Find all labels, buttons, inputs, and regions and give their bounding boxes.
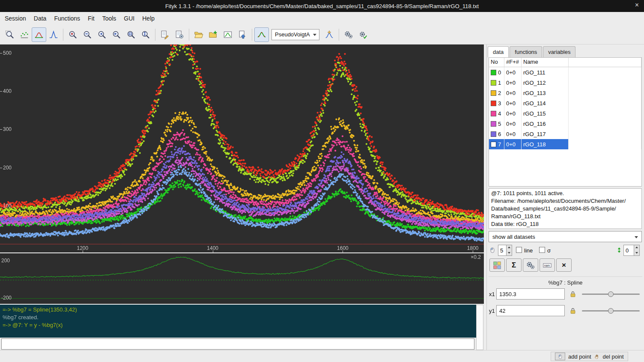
dataset-fcount: 0+0 [504,67,522,77]
shift-spinner[interactable]: 0 [623,245,640,256]
dataset-color-checkbox[interactable] [491,131,496,137]
sidebar-sum-datasets-button[interactable]: Σ [506,258,522,272]
toolbar-background-panel-button[interactable] [254,27,269,42]
param-y1-slider[interactable] [582,310,640,312]
line-checkbox[interactable] [516,247,522,253]
close-icon[interactable]: × [635,1,639,9]
sigma-checkbox[interactable] [539,247,545,253]
function-type-value: PseudoVoigtA [275,31,310,38]
main-plot-canvas[interactable] [0,45,484,252]
sidebar-edit-functions-button[interactable] [523,258,538,272]
toolbar-save-image-button[interactable] [221,27,235,42]
function-type-combo[interactable]: PseudoVoigtA [271,29,319,40]
tab-functions[interactable]: functions [510,46,542,57]
menu-item-tools[interactable]: Tools [98,13,120,24]
point-size-spinner[interactable]: 5 [498,245,512,256]
dataset-table: No#F+#Name 00+0rGO_11110+0rGO_11220+0rGO… [489,57,642,187]
dataset-row-rGO_115[interactable]: 40+0rGO_115 [489,108,641,119]
dataset-row-rGO_112[interactable]: 10+0rGO_112 [489,77,641,88]
menu-item-help[interactable]: Help [138,13,158,24]
add-peak-mode-icon [49,30,58,39]
dataset-row-rGO_116[interactable]: 50+0rGO_116 [489,119,641,129]
menu-item-fit[interactable]: Fit [84,13,98,24]
sidebar-copy-datasets-button[interactable] [489,258,505,272]
background-mode-icon [34,30,44,39]
sidebar-rename-dataset-button[interactable]: nam [540,258,555,272]
dataset-color-checkbox[interactable] [491,90,496,96]
spinner-arrows-icon[interactable] [506,245,512,255]
dataset-row-rGO_111[interactable]: 00+0rGO_111 [489,67,641,77]
lock-icon[interactable] [569,290,578,299]
fit-options-icon [358,30,368,39]
aux-plot[interactable]: ×0.2 200-200 [0,253,484,304]
param-x1-input[interactable] [496,288,565,300]
menu-item-gui[interactable]: GUI [120,13,138,24]
toolbar-append-data-button[interactable] [206,27,221,42]
dataset-row-rGO_113[interactable]: 20+0rGO_113 [489,88,641,98]
dataset-color-checkbox[interactable] [491,111,496,116]
command-input[interactable] [1,338,474,350]
toolbar-zoom-out-button[interactable] [80,27,95,42]
dataset-cell-no: 7 [489,139,504,149]
toolbar-zoom-undo-button[interactable] [95,27,109,42]
param-x1-slider[interactable] [582,294,640,295]
menu-item-functions[interactable]: Functions [50,13,84,24]
dataset-fcount: 0+0 [504,77,522,88]
dataset-color-checkbox[interactable] [491,101,496,106]
hand-icon [594,353,600,360]
toolbar-fit-run-button[interactable] [341,27,356,42]
mouse-mode-button[interactable] [555,353,565,360]
dataset-number: 5 [498,121,501,127]
aux-y-tick-label: -200 [1,295,12,301]
slider-handle[interactable] [608,291,614,297]
toolbar-open-data-button[interactable] [191,27,206,42]
background-panel-icon [257,30,266,39]
toolbar-data-editor-button[interactable] [172,27,187,42]
spinner-arrows-icon[interactable] [634,245,639,255]
toolbar-data-range-mode-button[interactable] [17,27,32,42]
toolbar-auto-add-peak-button[interactable] [322,27,337,42]
new-data-icon [160,30,170,39]
lock-icon[interactable] [569,306,578,316]
toolbar-add-peak-mode-button[interactable] [46,27,61,42]
dataset-color-checkbox[interactable] [491,70,496,75]
slider-handle[interactable] [608,308,614,314]
dataset-fcount: 0+0 [504,88,522,98]
data-editor-icon [175,30,184,39]
menu-item-session[interactable]: Session [1,13,30,24]
dataset-cell-no: 3 [489,98,504,108]
dataset-row-rGO_114[interactable]: 30+0rGO_114 [489,98,641,108]
menu-item-data[interactable]: Data [30,13,51,24]
toolbar-export-data-button[interactable] [235,27,250,42]
open-data-icon [194,30,203,39]
dataset-color-checkbox[interactable] [491,142,496,147]
gears-icon [526,261,535,270]
param-y1-label: y1 [489,308,495,314]
tab-variables[interactable]: variables [543,46,575,57]
export-data-icon [238,30,247,39]
toolbar-new-data-button[interactable] [158,27,172,42]
toolbar-zoom-all-button[interactable] [124,27,138,42]
toolbar-zoom-in-button[interactable] [66,27,80,42]
dataset-color-checkbox[interactable] [491,80,496,86]
sidebar-delete-dataset-button[interactable]: × [556,258,572,272]
dataset-filter-dropdown[interactable]: show all datasets [489,231,642,242]
delete-dataset-icon: × [562,261,566,270]
param-y1-input[interactable] [496,305,565,316]
dataset-name: rGO_111 [522,67,569,77]
toolbar-zoom-select-mode-button[interactable] [3,27,17,42]
toolbar-zoom-prev-button[interactable] [109,27,124,42]
console-scrollbar[interactable] [476,305,483,350]
toolbar-background-mode-button[interactable] [32,27,46,42]
param-row-x1: x1 [487,288,644,300]
main-plot[interactable]: 5004003002001001200140016001800 [0,45,484,252]
tab-data[interactable]: data [488,46,509,57]
aux-plot-canvas[interactable] [0,253,484,304]
dataset-color-checkbox[interactable] [491,121,496,127]
toolbar-zoom-vertical-button[interactable] [138,27,153,42]
dataset-row-rGO_117[interactable]: 60+0rGO_117 [489,129,641,139]
toolbar-fit-options-button[interactable] [356,27,370,42]
dataset-row-rGO_118[interactable]: 70+0rGO_118 [489,139,641,149]
toolbar-separator [189,29,189,41]
dataset-info-line: @7: 1011 points, 1011 active. [491,190,639,197]
